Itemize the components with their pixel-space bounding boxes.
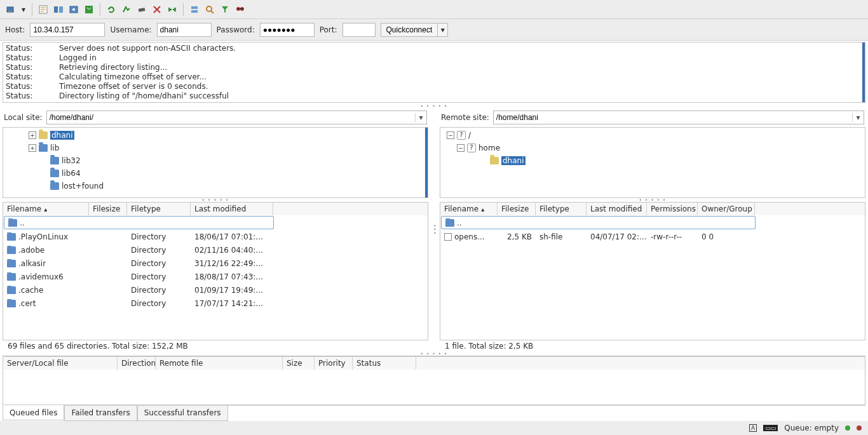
site-manager-dropdown-icon[interactable]: ▾ — [19, 3, 28, 17]
checkbox[interactable] — [444, 233, 452, 241]
queue-tab[interactable]: Failed transfers — [64, 406, 137, 421]
password-input[interactable] — [260, 23, 315, 37]
password-label: Password: — [217, 25, 255, 34]
filter-icon[interactable] — [218, 3, 232, 17]
chevron-down-icon[interactable]: ▾ — [852, 113, 864, 122]
parent-dir-row[interactable]: .. — [4, 216, 274, 229]
folder-icon — [50, 157, 59, 164]
tree-expander-icon[interactable]: + — [29, 144, 36, 152]
tree-expander-icon[interactable]: − — [457, 144, 465, 152]
tree-expander-icon[interactable]: − — [447, 131, 454, 139]
local-site-combo[interactable]: ▾ — [46, 110, 427, 124]
tree-item[interactable]: lib64 — [3, 167, 428, 180]
stop-icon[interactable] — [135, 3, 149, 17]
local-site-input[interactable] — [47, 113, 415, 122]
layout-indicator-icon: ▭▭ — [763, 425, 778, 431]
column-header[interactable]: Size — [283, 357, 315, 370]
column-header[interactable]: Permissions — [647, 203, 698, 215]
svg-point-14 — [207, 6, 212, 11]
remote-site-combo[interactable]: ▾ — [493, 110, 864, 124]
column-header[interactable]: Direction — [118, 357, 156, 370]
find-icon[interactable] — [233, 3, 247, 17]
tree-item[interactable]: lost+found — [3, 180, 428, 192]
column-header[interactable]: Last modified — [587, 203, 647, 215]
folder-icon — [39, 144, 48, 152]
column-header[interactable]: Filename — [3, 203, 89, 215]
site-manager-icon[interactable] — [4, 3, 18, 17]
remote-site-input[interactable] — [494, 113, 852, 122]
quickconnect-dropdown-icon[interactable]: ▾ — [438, 23, 448, 37]
queue-list[interactable] — [3, 370, 865, 405]
unknown-icon: ? — [467, 144, 476, 152]
list-item[interactable]: .cacheDirectory01/09/17 19:49:... — [3, 283, 428, 297]
column-header[interactable]: Filetype — [536, 203, 587, 215]
local-tree[interactable]: +dhani+liblib32lib64lost+found — [3, 127, 428, 198]
activity-indicator-send-icon — [845, 425, 850, 431]
compare-icon[interactable] — [51, 3, 65, 17]
parent-dir-row[interactable]: .. — [441, 216, 756, 229]
queue-status: Queue: empty — [784, 424, 839, 432]
tree-label: / — [468, 131, 471, 140]
tree-item[interactable]: −?/ — [440, 129, 865, 142]
process-queue-icon[interactable] — [119, 3, 133, 17]
column-header[interactable]: Status — [353, 357, 416, 370]
list-item[interactable]: .certDirectory17/07/17 14:21:... — [3, 297, 428, 310]
column-header[interactable]: Priority — [315, 357, 353, 370]
remote-summary: 1 file. Total size: 2,5 KB — [440, 340, 865, 352]
server-icon[interactable] — [187, 3, 201, 17]
column-header[interactable]: Remote file — [156, 357, 283, 370]
column-header[interactable]: Filesize — [498, 203, 536, 215]
column-header[interactable]: Server/Local file — [3, 357, 118, 370]
username-input[interactable] — [157, 23, 212, 37]
list-item[interactable]: .PlayOnLinuxDirectory18/06/17 07:01:... — [3, 230, 428, 243]
queue-tab[interactable]: Queued files — [3, 405, 64, 420]
file-name: .avidemux6 — [18, 272, 64, 281]
status-bar: A ▭▭ Queue: empty — [0, 421, 868, 435]
tree-item[interactable]: −?home — [440, 142, 865, 154]
list-item[interactable]: .adobeDirectory02/11/16 04:40:... — [3, 243, 428, 257]
tree-item[interactable]: lib32 — [3, 154, 428, 167]
file-name: .cert — [18, 299, 36, 308]
port-input[interactable] — [342, 23, 376, 37]
file-modified: 01/09/17 19:49:... — [191, 286, 273, 295]
host-label: Host: — [5, 25, 25, 34]
folder-icon — [7, 233, 16, 241]
tree-item[interactable]: dhani — [440, 154, 865, 167]
remote-pane: Remote site: ▾ −?/−?homedhani • • • • • … — [440, 108, 865, 352]
edit-icon[interactable] — [36, 3, 50, 17]
tree-item[interactable]: +dhani — [3, 129, 428, 142]
search-icon[interactable] — [203, 3, 217, 17]
tree-label: dhani — [50, 131, 74, 140]
queue-tab[interactable]: Successful transfers — [137, 406, 228, 421]
splitter-v[interactable]: ••• — [432, 108, 436, 352]
remote-tree[interactable]: −?/−?homedhani — [440, 127, 865, 198]
folder-icon — [7, 300, 16, 307]
tree-label: lib64 — [62, 169, 81, 178]
column-header[interactable]: Filesize — [89, 203, 127, 215]
log-scrollbar[interactable] — [862, 43, 865, 102]
local-tree-scrollbar[interactable] — [425, 128, 428, 197]
quickconnect-button[interactable]: Quickconnect — [381, 23, 438, 37]
host-input[interactable] — [30, 23, 105, 37]
svg-rect-10 — [168, 8, 170, 11]
refresh-icon[interactable] — [104, 3, 118, 17]
column-header[interactable]: Filetype — [127, 203, 191, 215]
column-header[interactable]: Filename — [440, 203, 498, 215]
bookmark-icon[interactable] — [82, 3, 96, 17]
remote-file-list[interactable]: ..opens...2,5 KBsh-file04/07/17 02:...-r… — [440, 215, 865, 340]
list-item[interactable]: .avidemux6Directory18/08/17 07:43:... — [3, 270, 428, 283]
disconnect-icon[interactable] — [165, 3, 179, 17]
list-item[interactable]: .alkasirDirectory31/12/16 22:49:... — [3, 257, 428, 270]
tree-item[interactable]: +lib — [3, 142, 428, 154]
sync-icon[interactable] — [67, 3, 81, 17]
list-item[interactable]: opens...2,5 KBsh-file04/07/17 02:...-rw-… — [440, 230, 865, 243]
local-file-list[interactable]: ...PlayOnLinuxDirectory18/06/17 07:01:..… — [3, 215, 428, 340]
column-header[interactable]: Last modified — [191, 203, 273, 215]
chevron-down-icon[interactable]: ▾ — [415, 113, 426, 122]
sort-icon — [481, 204, 484, 213]
message-log[interactable]: Status:Server does not support non-ASCII… — [3, 42, 865, 103]
tree-expander-icon[interactable]: + — [29, 131, 36, 139]
folder-icon — [8, 219, 17, 227]
cancel-icon[interactable] — [150, 3, 164, 17]
column-header[interactable]: Owner/Group — [698, 203, 755, 215]
